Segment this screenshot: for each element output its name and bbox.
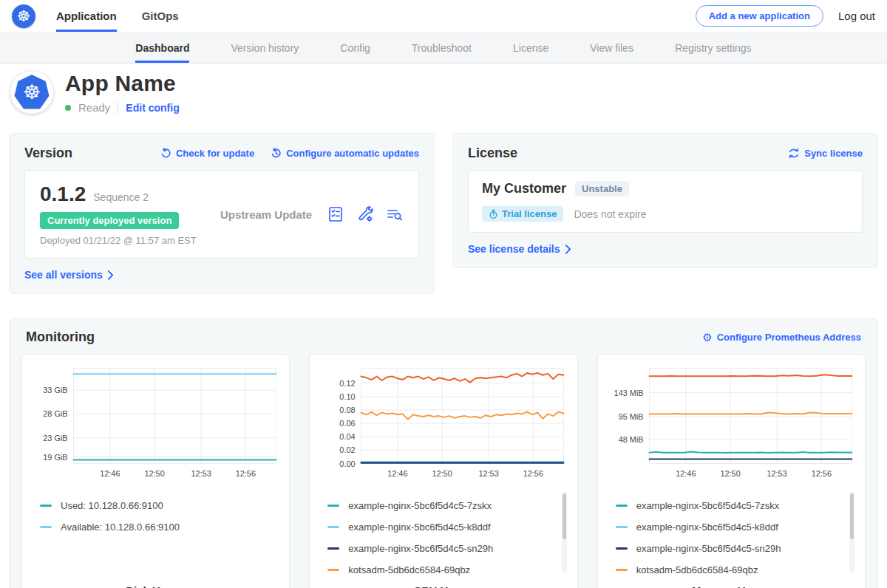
svg-text:0.10: 0.10: [340, 392, 356, 401]
nav-item-gitops[interactable]: GitOps: [142, 0, 179, 32]
legend-item: example-nginx-5bc6f5d4c5-7zskx: [616, 495, 843, 516]
app-tab-bar: DashboardVersion historyConfigTroublesho…: [0, 33, 887, 64]
charts-row: 19 GiB23 GiB28 GiB33 GiB12:4612:5012:531…: [21, 354, 866, 588]
chart-card-disk-usage: 19 GiB23 GiB28 GiB33 GiB12:4612:5012:531…: [21, 354, 290, 588]
usage-chart: 0.000.020.040.060.080.100.1212:4612:5012…: [317, 362, 569, 488]
usage-chart: 48 MiB95 MiB143 MiB12:4612:5012:5312:56: [605, 362, 857, 488]
svg-text:12:46: 12:46: [676, 469, 696, 478]
legend-scrollbar[interactable]: [562, 492, 567, 573]
legend-scrollbar-thumb[interactable]: [850, 493, 854, 539]
legend-swatch: [327, 505, 339, 507]
svg-text:12:50: 12:50: [144, 469, 164, 478]
top-nav-right: Add a new application Log out: [696, 0, 875, 32]
legend-scrollbar[interactable]: [849, 492, 854, 573]
check-for-update-label: Check for update: [176, 148, 254, 159]
legend-swatch: [327, 547, 339, 550]
legend-item: Used: 10.128.0.66:9100: [40, 495, 267, 516]
top-nav-items: ApplicationGitOps: [56, 0, 179, 32]
see-license-details-link[interactable]: See license details: [468, 243, 571, 255]
top-nav: ☸ ApplicationGitOps Add a new applicatio…: [0, 0, 887, 33]
svg-text:33 GiB: 33 GiB: [43, 386, 67, 394]
check-for-update-link[interactable]: Check for update: [160, 148, 254, 159]
channel-badge: Unstable: [575, 181, 629, 196]
svg-text:23 GiB: 23 GiB: [43, 434, 67, 442]
cards-row: Version Check for update Configure au: [0, 123, 887, 294]
configure-automatic-updates-link[interactable]: Configure automatic updates: [271, 148, 419, 159]
chevron-right-icon: [565, 245, 571, 254]
svg-text:12:46: 12:46: [100, 469, 120, 478]
chart-title: Disk Usage: [30, 584, 282, 588]
app-header: ☸ App Name Ready Edit config: [0, 64, 887, 123]
legend-swatch: [616, 569, 628, 571]
tab-license[interactable]: License: [513, 33, 548, 63]
legend-label: kotsadm-5db6dc6584-69qbz: [348, 564, 470, 575]
svg-text:0.08: 0.08: [340, 406, 356, 414]
svg-text:95 MiB: 95 MiB: [618, 412, 643, 421]
configure-prometheus-link[interactable]: ⚙ Configure Prometheus Address: [702, 332, 861, 343]
status-badge: Ready: [78, 101, 110, 114]
sync-icon: [788, 148, 800, 159]
tab-view-files[interactable]: View files: [590, 33, 633, 63]
sync-license-link[interactable]: Sync license: [788, 148, 863, 159]
legend-swatch: [327, 526, 339, 528]
chart-card-memory-usage: 48 MiB95 MiB143 MiB12:4612:5012:5312:56 …: [597, 354, 866, 588]
license-details-box: My Customer Unstable Trial license Does …: [468, 170, 863, 233]
legend-swatch: [616, 547, 628, 550]
legend-swatch: [616, 526, 628, 528]
chevron-right-icon: [107, 270, 114, 280]
preflight-checks-icon[interactable]: [327, 205, 344, 223]
add-application-button[interactable]: Add a new application: [696, 5, 823, 27]
license-card-title: License: [468, 146, 517, 161]
chart-card-cpu-usage: 0.000.020.040.060.080.100.1212:4612:5012…: [309, 354, 577, 588]
status-dot: [65, 105, 71, 111]
see-all-versions-link[interactable]: See all versions: [24, 269, 114, 281]
gear-icon: ⚙: [702, 332, 712, 343]
schedule-update-icon: [271, 148, 282, 159]
tab-troubleshoot[interactable]: Troubleshoot: [412, 33, 472, 63]
legend-label: example-nginx-5bc6f5d4c5-7zskx: [636, 500, 780, 511]
kubernetes-heptagon-icon: ☸: [14, 75, 50, 110]
nav-item-application[interactable]: Application: [56, 0, 117, 32]
legend-label: Used: 10.128.0.66:9100: [61, 500, 163, 511]
svg-text:12:56: 12:56: [236, 469, 256, 478]
tab-config[interactable]: Config: [340, 33, 370, 63]
svg-text:12:53: 12:53: [767, 469, 786, 478]
legend-swatch: [40, 505, 52, 507]
svg-text:143 MiB: 143 MiB: [614, 389, 643, 397]
page-title: App Name: [65, 71, 180, 96]
config-wrench-icon[interactable]: [356, 205, 374, 223]
svg-text:12:50: 12:50: [720, 469, 740, 478]
legend-label: example-nginx-5bc6f5d4c5-7zskx: [348, 500, 492, 511]
legend-item: Available: 10.128.0.66:9100: [40, 516, 267, 538]
deployed-timestamp: Deployed 01/21/22 @ 11:57 am EST: [40, 235, 217, 246]
chart-title: Memory Usage: [605, 584, 857, 588]
svg-text:12:53: 12:53: [479, 469, 499, 478]
legend-swatch: [40, 526, 52, 528]
legend-label: kotsadm-5db6dc6584-69qbz: [636, 564, 758, 575]
monitoring-panel: Monitoring ⚙ Configure Prometheus Addres…: [9, 318, 878, 588]
chart-legend: Used: 10.128.0.66:9100Available: 10.128.…: [30, 490, 282, 578]
version-source-label: Upstream Update: [220, 208, 312, 221]
current-version-box: 0.1.2 Sequence 2 Currently deployed vers…: [24, 170, 419, 259]
legend-item: example-nginx-5bc6f5d4c5-sn29h: [327, 538, 554, 559]
version-card-title: Version: [24, 146, 72, 161]
svg-text:12:53: 12:53: [191, 469, 211, 478]
tab-version-history[interactable]: Version history: [231, 33, 299, 63]
svg-text:19 GiB: 19 GiB: [43, 453, 67, 462]
tab-dashboard[interactable]: Dashboard: [135, 33, 189, 63]
kubernetes-logo-icon[interactable]: ☸: [12, 4, 35, 28]
configure-prometheus-label: Configure Prometheus Address: [717, 332, 861, 343]
legend-label: example-nginx-5bc6f5d4c5-k8ddf: [636, 522, 778, 533]
chart-legend: example-nginx-5bc6f5d4c5-7zskxexample-ng…: [317, 490, 569, 578]
legend-swatch: [616, 505, 628, 507]
edit-config-link[interactable]: Edit config: [126, 102, 179, 114]
legend-label: example-nginx-5bc6f5d4c5-sn29h: [348, 543, 493, 554]
svg-text:0.04: 0.04: [340, 432, 356, 441]
tab-registry-settings[interactable]: Registry settings: [675, 33, 751, 63]
legend-label: Available: 10.128.0.66:9100: [61, 522, 180, 533]
legend-scrollbar-thumb[interactable]: [563, 493, 566, 539]
view-logs-icon[interactable]: [386, 205, 404, 223]
logout-button[interactable]: Log out: [838, 10, 875, 22]
see-all-versions-label: See all versions: [24, 269, 103, 281]
svg-text:12:46: 12:46: [388, 469, 408, 478]
